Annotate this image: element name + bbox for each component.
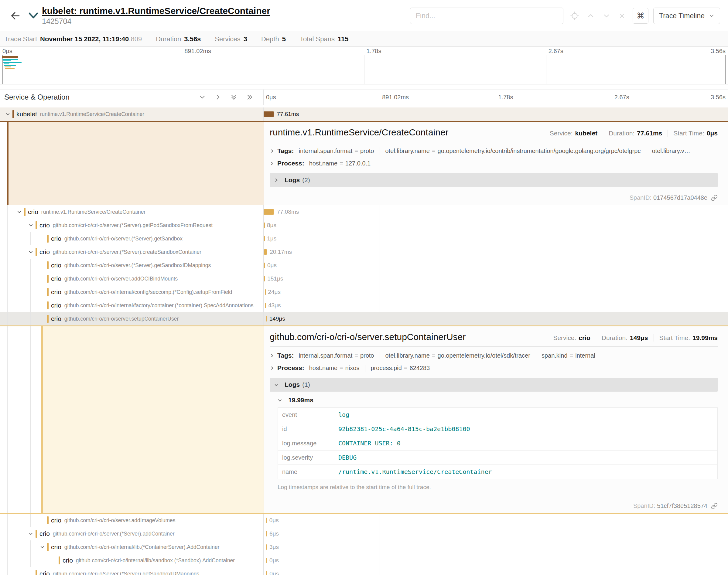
minimap-span <box>3 60 11 61</box>
span-timeline-cell[interactable]: 151μs <box>264 272 728 285</box>
span-timeline-cell[interactable]: 20.17ms <box>264 245 728 259</box>
span-duration-bar[interactable] <box>266 531 267 536</box>
logs-toggle-row[interactable]: Logs (2) <box>270 173 718 187</box>
span-name-cell[interactable]: criogithub.com/cri-o/cri-o/server.addOCI… <box>0 272 264 285</box>
span-duration-bar[interactable] <box>265 289 266 295</box>
span-duration-bar[interactable] <box>266 518 267 523</box>
span-timeline-cell[interactable]: 0μs <box>264 514 728 527</box>
span-duration-bar[interactable] <box>264 236 265 241</box>
span-duration-bar[interactable] <box>264 209 274 215</box>
trace-view-selector[interactable]: Trace Timeline <box>653 8 720 24</box>
span-row[interactable]: criogithub.com/cri-o/cri-o/internal/lib.… <box>0 540 728 554</box>
minimap-right-scrubber[interactable] <box>725 55 726 84</box>
span-name-cell[interactable]: criogithub.com/cri-o/cri-o/server.(*Serv… <box>0 245 264 259</box>
process-toggle-row[interactable]: Process: host.name=127.0.0.1 <box>270 160 718 167</box>
span-name-cell[interactable]: kubeletruntime.v1.RuntimeService/CreateC… <box>0 107 264 121</box>
service-color-bar <box>47 315 48 323</box>
span-row[interactable]: criogithub.com/cri-o/cri-o/server.(*Serv… <box>0 527 728 540</box>
span-duration-bar[interactable] <box>264 111 274 117</box>
clear-search-icon[interactable] <box>618 12 626 20</box>
span-name-cell[interactable]: criogithub.com/cri-o/cri-o/server.setupC… <box>0 312 264 326</box>
span-duration-bar[interactable] <box>266 544 267 550</box>
logs-toggle-row[interactable]: Logs (1) <box>270 378 718 392</box>
timeline-minimap[interactable]: 0μs891.02ms1.78s2.67s3.56s <box>0 47 728 84</box>
span-duration-bar[interactable] <box>266 571 267 575</box>
minimap-canvas[interactable] <box>0 55 728 84</box>
keyboard-shortcuts-button[interactable]: ⌘ <box>633 8 649 24</box>
log-timestamp-toggle[interactable]: 19.99ms <box>277 397 718 404</box>
span-row[interactable]: criogithub.com/cri-o/cri-o/internal/lib/… <box>0 554 728 567</box>
span-name-cell[interactable]: criogithub.com/cri-o/cri-o/internal/fact… <box>0 299 264 312</box>
span-duration-bar[interactable] <box>266 558 267 563</box>
span-timeline-cell[interactable]: 77.08ms <box>264 205 728 218</box>
span-row[interactable]: criogithub.com/cri-o/cri-o/server.(*Serv… <box>0 259 728 272</box>
tags-toggle-row[interactable]: Tags: internal.span.format=protootel.lib… <box>270 352 718 359</box>
span-row[interactable]: criogithub.com/cri-o/cri-o/server.setupC… <box>0 312 728 326</box>
expander-chevron-icon[interactable] <box>26 249 35 255</box>
trace-title-link[interactable]: kubelet: runtime.v1.RuntimeService/Creat… <box>42 6 270 16</box>
span-row[interactable]: criogithub.com/cri-o/cri-o/server.addOCI… <box>0 272 728 285</box>
deep-link-icon[interactable] <box>711 195 718 201</box>
span-name-cell[interactable]: criogithub.com/cri-o/cri-o/server.(*Serv… <box>0 218 264 232</box>
duration-label: Duration: <box>602 334 627 342</box>
expander-chevron-icon[interactable] <box>38 545 46 550</box>
span-duration-bar[interactable] <box>264 276 265 281</box>
deep-link-icon[interactable] <box>711 503 718 509</box>
span-name-cell[interactable]: criogithub.com/cri-o/cri-o/server.addIma… <box>0 514 264 527</box>
service-color-bar <box>47 301 48 309</box>
span-duration-bar[interactable] <box>264 263 265 268</box>
span-duration-bar[interactable] <box>265 303 266 308</box>
expand-one-icon[interactable] <box>215 94 222 100</box>
summary-item: Depth5 <box>261 35 286 43</box>
tags-toggle-row[interactable]: Tags: internal.span.format=protootel.lib… <box>270 147 718 155</box>
span-name-cell[interactable]: criogithub.com/cri-o/cri-o/server.(*Serv… <box>0 527 264 540</box>
expander-chevron-icon[interactable] <box>15 209 23 215</box>
expander-chevron-icon[interactable] <box>26 223 35 228</box>
back-button[interactable] <box>6 8 23 24</box>
span-timeline-cell[interactable]: 3μs <box>264 540 728 554</box>
span-timeline-cell[interactable]: 77.61ms <box>264 107 728 121</box>
trace-collapse-chevron[interactable] <box>28 12 39 20</box>
span-timeline-cell[interactable]: 0μs <box>264 567 728 575</box>
prev-match-icon[interactable] <box>587 11 595 20</box>
span-row[interactable]: criogithub.com/cri-o/cri-o/server.(*Serv… <box>0 245 728 259</box>
key-value-item: host.name=nixos <box>309 365 360 372</box>
span-row[interactable]: criogithub.com/cri-o/cri-o/server.(*Serv… <box>0 567 728 575</box>
process-toggle-row[interactable]: Process: host.name=nixosprocess.pid=6242… <box>270 364 718 372</box>
service-value: kubelet <box>575 130 598 137</box>
expander-chevron-icon[interactable] <box>26 531 35 536</box>
span-row[interactable]: criogithub.com/cri-o/cri-o/server.addIma… <box>0 514 728 527</box>
next-match-icon[interactable] <box>602 11 611 20</box>
span-duration-bar[interactable] <box>266 316 267 322</box>
span-row[interactable]: criogithub.com/cri-o/cri-o/internal/fact… <box>0 299 728 312</box>
span-row[interactable]: criogithub.com/cri-o/cri-o/internal/conf… <box>0 285 728 299</box>
span-row[interactable]: kubeletruntime.v1.RuntimeService/CreateC… <box>0 107 728 121</box>
span-name-cell[interactable]: criogithub.com/cri-o/cri-o/internal/lib.… <box>0 540 264 554</box>
find-input[interactable] <box>410 8 563 24</box>
expander-chevron-icon[interactable] <box>3 112 12 117</box>
span-timeline-cell[interactable]: 8μs <box>264 218 728 232</box>
span-name-cell[interactable]: criogithub.com/cri-o/cri-o/server.(*Serv… <box>0 259 264 272</box>
span-name-cell[interactable]: crioruntime.v1.RuntimeService/CreateCont… <box>0 205 264 218</box>
span-timeline-cell[interactable]: 1μs <box>264 232 728 245</box>
span-timeline-cell[interactable]: 24μs <box>264 285 728 299</box>
span-name-cell[interactable]: criogithub.com/cri-o/cri-o/internal/lib/… <box>0 554 264 567</box>
expand-all-icon[interactable] <box>246 94 253 100</box>
span-duration-bar[interactable] <box>264 223 265 228</box>
collapse-one-icon[interactable] <box>199 94 206 100</box>
span-timeline-cell[interactable]: 0μs <box>264 554 728 567</box>
span-timeline-cell[interactable]: 0μs <box>264 259 728 272</box>
span-name-cell[interactable]: criogithub.com/cri-o/cri-o/server.(*Serv… <box>0 232 264 245</box>
locate-icon[interactable] <box>570 11 579 20</box>
span-duration-bar[interactable] <box>264 249 267 255</box>
span-timeline-cell[interactable]: 149μs <box>264 312 728 326</box>
span-row[interactable]: criogithub.com/cri-o/cri-o/server.(*Serv… <box>0 232 728 245</box>
span-row[interactable]: crioruntime.v1.RuntimeService/CreateCont… <box>0 205 728 218</box>
span-timeline-cell[interactable]: 43μs <box>264 299 728 312</box>
span-timeline-cell[interactable]: 6μs <box>264 527 728 540</box>
span-row[interactable]: criogithub.com/cri-o/cri-o/server.(*Serv… <box>0 218 728 232</box>
operation-name: github.com/cri-o/cri-o/internal/factory/… <box>64 302 254 309</box>
collapse-all-icon[interactable] <box>231 94 237 100</box>
span-name-cell[interactable]: criogithub.com/cri-o/cri-o/server.(*Serv… <box>0 567 264 575</box>
span-name-cell[interactable]: criogithub.com/cri-o/cri-o/internal/conf… <box>0 285 264 299</box>
